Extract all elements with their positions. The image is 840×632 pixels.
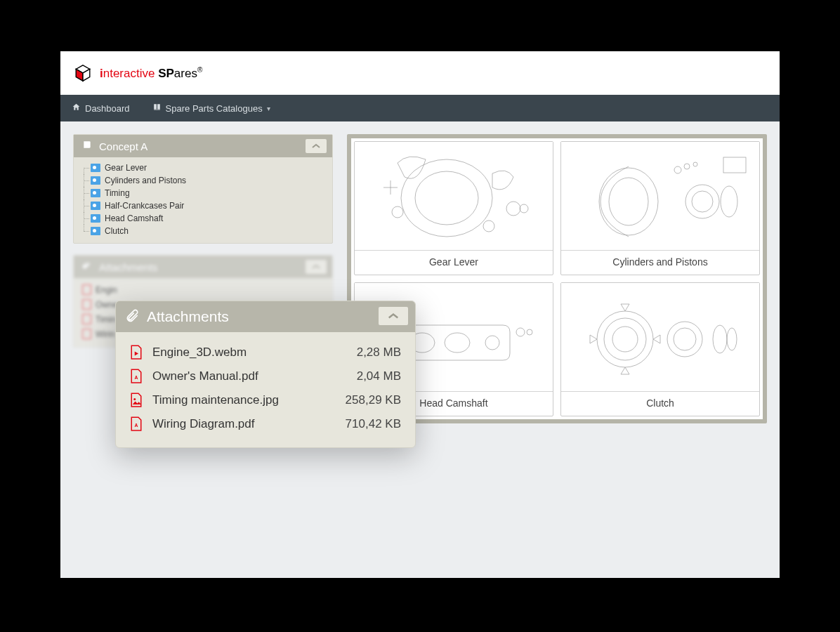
tree-item[interactable]: Cylinders and Pistons: [78, 174, 328, 187]
svg-point-27: [667, 322, 702, 357]
nav-dashboard[interactable]: Dashboard: [60, 95, 141, 121]
svg-point-10: [609, 178, 648, 225]
svg-point-4: [415, 171, 478, 225]
concept-panel-header[interactable]: Concept A: [74, 135, 332, 157]
attachment-row[interactable]: Timing maintenance.jpg 258,29 KB: [130, 388, 401, 412]
concept-panel-title: Concept A: [99, 140, 147, 152]
image-icon: [91, 176, 100, 185]
catalogue-card[interactable]: Gear Lever: [354, 141, 553, 275]
concept-tree: Gear Lever Cylinders and Pistons Timing …: [78, 162, 328, 237]
card-thumbnail: [561, 283, 759, 391]
svg-text:A: A: [135, 423, 138, 428]
svg-point-12: [692, 191, 713, 212]
svg-point-22: [516, 328, 525, 336]
svg-point-29: [713, 325, 727, 353]
svg-point-6: [520, 204, 528, 213]
attachment-name: Engine_3D.webm: [152, 345, 247, 360]
svg-point-15: [684, 164, 690, 169]
svg-point-23: [527, 329, 532, 335]
logo-icon: [73, 63, 93, 83]
card-caption: Clutch: [561, 391, 759, 416]
svg-point-8: [392, 206, 403, 218]
attachment-name: Timing maintenance.jpg: [152, 393, 279, 407]
svg-text:A: A: [135, 375, 138, 380]
tree-item[interactable]: Half-Crankcases Pair: [78, 199, 328, 212]
attachments-popover: Attachments Engine_3D.webm 2,28 MB A Own…: [115, 301, 416, 448]
attachment-name: Wiring Diagram.pdf: [152, 417, 255, 431]
image-icon: [91, 164, 100, 172]
paperclip-icon: [82, 261, 92, 273]
nav-catalogues[interactable]: Spare Parts Catalogues ▾: [141, 95, 282, 121]
svg-point-24: [597, 311, 653, 367]
image-icon: [91, 227, 100, 235]
attachment-size: 258,29 KB: [346, 393, 401, 407]
attachment-row[interactable]: A Wiring Diagram.pdf 710,42 KB: [130, 412, 401, 436]
nav-dashboard-label: Dashboard: [85, 103, 130, 114]
catalogue-card[interactable]: Clutch: [560, 282, 760, 416]
attachment-row[interactable]: A Owner's Manual.pdf 2,04 MB: [130, 364, 401, 388]
attachment-size: 2,04 MB: [357, 369, 401, 383]
concept-panel: Concept A Gear Lever Cylinders and Pisto…: [73, 134, 333, 244]
attachment-size: 2,28 MB: [357, 345, 401, 360]
book-icon: [152, 103, 162, 114]
tree-item[interactable]: Timing: [78, 187, 328, 199]
svg-rect-17: [723, 157, 746, 173]
topbar: interactive SPares®: [60, 51, 780, 95]
home-icon: [72, 103, 81, 114]
svg-point-3: [401, 159, 492, 237]
svg-point-13: [721, 186, 737, 217]
attachment-name: Owner's Manual.pdf: [152, 369, 258, 383]
attachment-row[interactable]: Engine_3D.webm 2,28 MB: [130, 341, 401, 364]
svg-point-16: [693, 162, 697, 166]
svg-point-5: [506, 202, 520, 216]
image-icon: [91, 214, 100, 223]
svg-point-26: [612, 327, 638, 352]
pdf-file-icon: A: [130, 416, 143, 432]
tree-item[interactable]: Clutch: [78, 225, 328, 237]
brand-wordmark: interactive SPares®: [100, 66, 202, 81]
tree-item[interactable]: Gear Lever: [78, 162, 328, 174]
svg-point-19: [445, 333, 470, 353]
brand-logo[interactable]: interactive SPares®: [73, 63, 202, 83]
collapse-button[interactable]: [306, 139, 327, 153]
nav-catalogues-label: Spare Parts Catalogues: [166, 103, 263, 114]
svg-point-21: [485, 336, 499, 350]
card-thumbnail: [561, 142, 759, 250]
pdf-file-icon: A: [130, 369, 143, 384]
attachments-popover-header[interactable]: Attachments: [116, 301, 415, 332]
card-thumbnail: [355, 142, 553, 250]
card-caption: Gear Lever: [355, 250, 553, 275]
svg-point-7: [483, 220, 494, 232]
image-file-icon: [130, 393, 143, 408]
svg-point-11: [685, 185, 719, 218]
svg-point-28: [674, 328, 696, 350]
svg-point-30: [727, 328, 737, 350]
main-nav: Dashboard Spare Parts Catalogues ▾: [60, 95, 780, 121]
tree-item[interactable]: Head Camshaft: [78, 212, 328, 225]
catalogue-card[interactable]: Cylinders and Pistons: [560, 141, 760, 275]
svg-point-32: [133, 398, 136, 400]
collapse-button[interactable]: [379, 307, 408, 325]
paperclip-icon: [126, 308, 140, 325]
svg-point-25: [604, 318, 646, 360]
attachments-popover-title: Attachments: [147, 308, 229, 325]
video-file-icon: [130, 345, 143, 360]
image-icon: [91, 202, 100, 210]
card-caption: Cylinders and Pistons: [561, 250, 759, 275]
attachments-list: Engine_3D.webm 2,28 MB A Owner's Manual.…: [116, 332, 415, 447]
attachment-size: 710,42 KB: [346, 417, 401, 431]
svg-point-14: [674, 166, 681, 173]
collapse-button: [306, 260, 327, 274]
image-icon: [91, 189, 100, 197]
book-icon: [82, 140, 92, 152]
svg-point-9: [599, 168, 658, 235]
chevron-down-icon: ▾: [267, 105, 270, 112]
